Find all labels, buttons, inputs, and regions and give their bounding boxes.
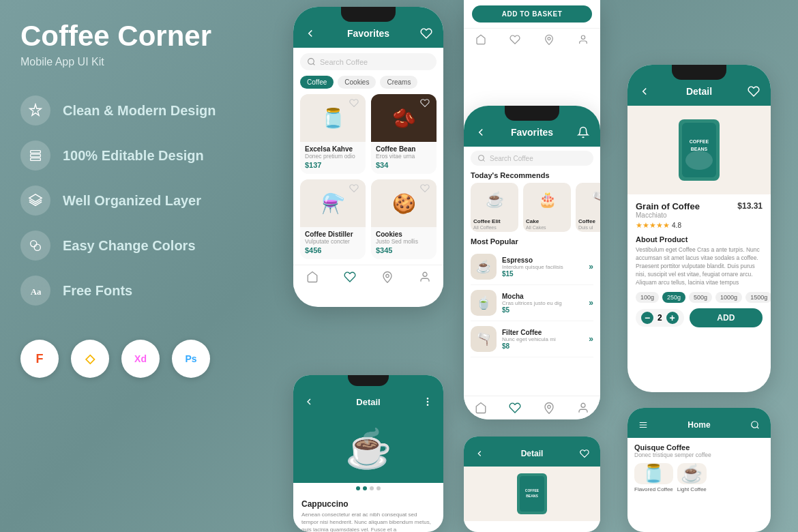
phone6-heart-icon[interactable] [577,446,592,461]
left-panel: Coffee Corner Mobile App UI Kit Clean & … [20,20,266,378]
app-title: Coffee Corner [20,20,266,52]
svg-point-10 [423,272,427,276]
size-100g[interactable]: 100g [636,292,659,303]
popular-info-2: Filter Coffee Nunc eget vehicula mi $8 [502,329,583,350]
phone5-info: Cappuccino Aenean consectetur erat ac ni… [293,494,443,532]
phone5-back-icon[interactable] [301,394,316,409]
qty-increase-btn[interactable]: + [666,312,679,324]
nav-person-icon[interactable] [578,34,589,45]
phone4-title: Detail [686,86,712,97]
recommend-card-1[interactable]: 🎂 Cake All Cakes [523,183,571,232]
nav-heart-icon[interactable] [509,34,520,45]
layers-icon [20,186,50,216]
cat-tab-creams[interactable]: Creams [380,76,417,89]
phone6-back-icon[interactable] [472,446,487,461]
size-500g[interactable]: 500g [689,292,712,303]
phone5-product-desc: Aenean consectetur erat ac nibh consequa… [301,511,435,532]
phone4-back-icon[interactable] [637,84,652,99]
svg-point-11 [548,38,550,40]
coffee-bag-svg: COFFEE BEANS [512,470,552,518]
colors-icon [20,231,50,261]
heart-icon-2[interactable] [349,183,361,196]
svg-point-16 [581,403,585,407]
bottom-nav-heart[interactable] [344,271,356,283]
nav-home-icon[interactable] [475,34,486,45]
search-bar[interactable]: Search Coffee [300,53,437,70]
add-to-basket-btn[interactable]: ADD TO BASKET [472,5,592,23]
product-card-2[interactable]: ⚗️ Coffee Distiller Vulputate concter $4… [300,179,366,259]
phone-detail: Detail COFFEE BEANS Grain of Coffee Macc… [627,65,771,392]
nav-location-icon[interactable] [544,34,555,45]
bottom-nav-home[interactable] [306,271,319,283]
phone4-about-title: About Product [636,235,763,243]
cat-tab-coffee[interactable]: Coffee [300,76,334,89]
phone3-search[interactable]: Search Coffee [471,151,593,166]
recommend-card-2[interactable]: 🫗 Coffee Duis ul [576,183,600,232]
product-desc-3: Justo Sed mollis [376,238,432,245]
phone3-nav-location[interactable] [543,402,555,414]
recommend-card-0[interactable]: ☕ Coffee Elit All Coffees [471,183,518,232]
popular-info-0: Espresso Interdum quisque facilisis $15 [502,256,583,278]
phone4-stars: ★★★★★ 4.8 [636,221,763,230]
product-price-2: $456 [305,246,361,254]
recommend-sublabel-0: All Coffees [471,225,518,232]
phone7-search-icon[interactable] [748,417,763,432]
popular-img-2: 🫗 [471,326,497,352]
phone7-card-0[interactable]: 🫙 Flavored Coffee [634,463,673,492]
phone7-menu-icon[interactable] [636,417,651,432]
svg-line-14 [483,160,484,161]
product-name-1: Coffee Bean [376,145,432,153]
product-card-3[interactable]: 🍪 Cookies Justo Sed mollis $345 [371,179,437,259]
popular-arrow-2[interactable]: » [589,334,593,344]
bottom-nav-location[interactable] [381,271,394,283]
product-card-0[interactable]: 🫙 Excelsa Kahve Donec pretium odio $137 [300,94,366,174]
product-card-1[interactable]: 🫘 Coffee Bean Eros vitae urna $34 [371,94,437,174]
svg-point-4 [31,241,37,247]
size-250g[interactable]: 250g [662,292,685,303]
popular-item-1[interactable]: 🍵 Mocha Cras ultrices justo eu dig $5 » [471,285,593,321]
phone1-bottom-nav [293,265,443,289]
size-1000g[interactable]: 1000g [715,292,742,303]
popular-arrow-0[interactable]: » [589,262,593,271]
phone7-card-1[interactable]: ☕ Light Coffee [677,463,707,492]
bottom-nav-person[interactable] [419,271,431,283]
phone3-nav-person[interactable] [577,402,589,414]
heart-icon-0[interactable] [349,98,361,110]
feature-label-clean: Clean & Modern Design [63,103,216,119]
product-info-1: Coffee Bean Eros vitae urna $34 [371,142,437,174]
figma-icon: F [20,340,59,378]
feature-item-clean: Clean & Modern Design [20,95,266,125]
phone3-back-icon[interactable] [473,125,488,140]
heart-icon-3[interactable] [420,183,432,196]
phone5-notch [348,375,389,386]
phone1-content: Search Coffee Coffee Cookies Creams 🫙 Ex… [293,48,443,259]
popular-item-2[interactable]: 🫗 Filter Coffee Nunc eget vehicula mi $8… [471,321,593,357]
add-button[interactable]: ADD [690,308,763,327]
heart-icon-1[interactable] [420,98,432,110]
phone4-heart-icon[interactable] [746,84,761,99]
phone5-product-name: Cappuccino [301,499,435,509]
popular-desc-2: Nunc eget vehicula mi [502,336,583,342]
heart-nav-icon[interactable] [419,26,434,41]
popular-price-0: $15 [502,270,583,278]
ps-icon: Ps [172,340,210,378]
svg-point-15 [548,405,551,409]
phone3-nav-heart[interactable] [509,402,521,414]
phone3-nav-home[interactable] [475,402,487,414]
phone4-category: Macchiato [636,211,700,219]
popular-arrow-1[interactable]: » [589,298,593,308]
svg-point-24 [427,404,428,405]
phone5-menu-icon[interactable] [420,394,435,409]
recommend-scroll: ☕ Coffee Elit All Coffees 🎂 Cake All Cak… [464,183,600,232]
svg-line-33 [757,427,759,429]
feature-item-layer: Well Organized Layer [20,186,266,216]
product-info-3: Cookies Justo Sed mollis $345 [371,227,437,259]
size-1500g[interactable]: 1500g [745,292,771,303]
back-icon[interactable] [303,26,318,41]
phone3-bell-icon[interactable] [576,125,591,140]
qty-decrease-btn[interactable]: − [641,312,653,324]
phone4-detail-info: Grain of Coffee Macchiato $13.31 ★★★★★ 4… [627,194,771,334]
cat-tab-cookies[interactable]: Cookies [338,76,376,89]
popular-item-0[interactable]: ☕ Espresso Interdum quisque facilisis $1… [471,249,593,285]
phone4-notch [672,65,726,80]
